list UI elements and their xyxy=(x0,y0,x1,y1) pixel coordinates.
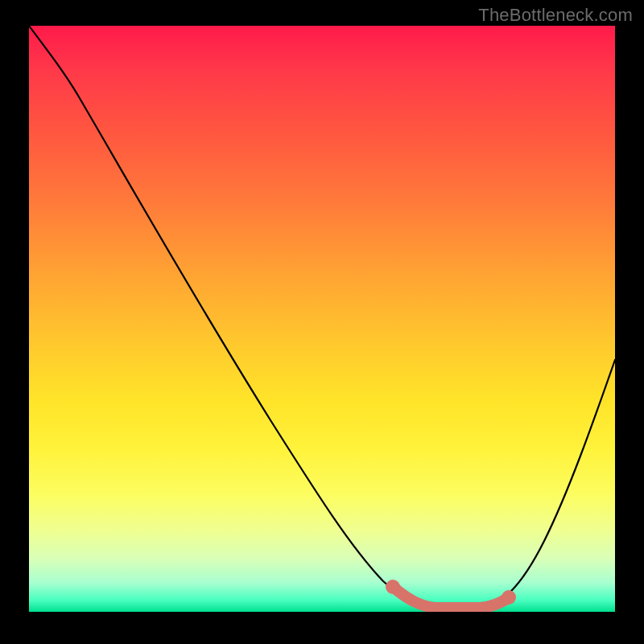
chart-highlight-segment xyxy=(393,587,509,608)
attribution-text: TheBottleneck.com xyxy=(478,5,633,26)
chart-curve xyxy=(29,26,615,609)
chart-plot-area xyxy=(29,26,615,612)
chart-svg xyxy=(29,26,615,612)
marker-end-dot xyxy=(502,590,516,605)
